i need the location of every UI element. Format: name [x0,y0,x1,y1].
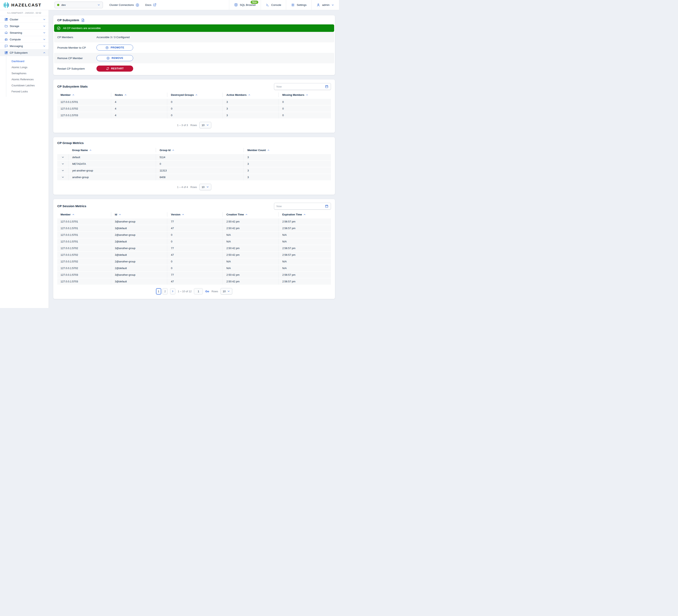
column-header-active-members[interactable]: Active Members [223,92,278,97]
expand-row-button[interactable] [57,154,68,160]
cell: 0 [278,106,331,112]
document-icon[interactable] [81,18,85,22]
sort-up-icon [89,149,92,152]
cell: 2:56:57 pm [278,272,331,278]
sidebar-item-semaphores[interactable]: Semaphores [6,70,49,76]
groups-range: 1 – 4 of 4 [177,186,188,189]
stats-time-filter[interactable]: Now [274,83,331,90]
sessions-time-filter[interactable]: Now [274,203,331,209]
go-button[interactable]: Go [205,290,209,293]
column-header-version[interactable]: Version [167,212,223,217]
cell: 3 [243,167,331,174]
cell: another-group [68,174,156,180]
settings-button[interactable]: Settings [286,0,311,10]
page-button-2[interactable]: 2 [162,288,168,295]
cell: 127.0.0.1:5702 [57,252,111,258]
user-icon [316,3,320,7]
column-header-id[interactable]: Id [111,212,167,217]
column-header-missing-members[interactable]: Missing Members [278,92,331,97]
sidebar-item-compute[interactable]: Compute [0,36,49,43]
sidebar-item-dashboard[interactable]: Dashboard [6,58,49,64]
cell: 127.0.0.1:5702 [57,265,111,271]
column-header-member-count[interactable]: Member Count [243,148,331,152]
chevron-down-icon [206,186,209,188]
table-row: 127.0.0.1:57023@another-group772:50:42 p… [57,245,331,251]
column-header-expiration-time[interactable]: Expiration Time [278,212,331,217]
go-to-page-input[interactable] [194,288,203,295]
column-header-nodes[interactable]: Nodes [111,92,167,97]
cell: N/A [278,265,331,271]
server-icon [4,38,8,41]
cell: 127.0.0.1:5701 [57,238,111,245]
cp-group-metrics-panel: CP Group Metrics Group NameGroup IdMembe… [53,137,335,195]
cell: 3 [243,174,331,180]
column-header-group-name[interactable]: Group Name [68,148,156,152]
column-header-member[interactable]: Member [57,212,111,217]
cloud-icon [4,31,8,35]
sql-browser-button[interactable]: New SQL Browser [229,0,261,10]
sidebar-item-cp-subsystem[interactable]: CP Subsystem [0,49,49,56]
sessions-page-size-select[interactable]: 10 [221,288,232,295]
cell: 4 [111,112,167,118]
chevron-down-icon [61,156,64,159]
sidebar-item-messaging[interactable]: Messaging [0,43,49,49]
folder-icon [4,25,8,28]
sidebar-item-atomic-references[interactable]: Atomic References [6,76,49,82]
table-row: 127.0.0.1:57012@another-group0N/AN/A [57,232,331,238]
database-icon [234,3,238,7]
console-button[interactable]: Console [261,0,286,10]
cell: 127.0.0.1:5701 [57,99,111,105]
table-row: 127.0.0.1:57014030 [57,99,331,105]
sort-up-icon [267,149,270,152]
remove-button[interactable]: REMOVE [97,55,133,61]
sidebar-nav: ClusterStorageStreamingComputeMessagingC… [0,16,49,97]
next-page-button[interactable] [170,288,175,295]
column-header-group-id[interactable]: Group Id [156,148,243,152]
sidebar-item-atomic-longs[interactable]: Atomic Longs [6,64,49,70]
user-menu[interactable]: admin [311,0,339,10]
chevron-down-icon [97,3,100,6]
groups-page-size-select[interactable]: 10 [199,184,211,190]
expand-row-button[interactable] [57,161,68,167]
stats-range: 1 – 3 of 3 [177,124,188,127]
sidebar-item-countdown-latches[interactable]: Countdown Latches [6,82,49,88]
table-row: 127.0.0.1:57022@another-group0N/AN/A [57,258,331,265]
cell: 0 [167,258,223,265]
cell: 77 [167,272,223,278]
promote-button[interactable]: PROMOTE [97,45,133,51]
sidebar-item-cluster[interactable]: Cluster [0,16,49,23]
column-header-member[interactable]: Member [57,92,111,97]
external-link-icon [153,3,156,7]
cp-session-metrics-panel: CP Session Metrics Now MemberIdVersionCr… [53,199,335,299]
cluster-selector-dropdown[interactable]: dev [54,2,103,8]
cell: 3@another-group [111,219,167,225]
cell: 2:50:42 pm [223,219,278,225]
restart-button[interactable]: RESTART [97,66,133,72]
docs-link[interactable]: Docs [145,0,157,10]
expand-row-button[interactable] [57,174,68,180]
expand-row-button[interactable] [57,167,68,174]
hazelcast-logo[interactable]: HAZELCAST [0,0,53,10]
page-button-1[interactable]: 1 [156,288,161,295]
stats-page-size-select[interactable]: 10 [199,122,211,128]
cell: 0 [167,99,223,105]
sidebar-item-fenced-locks[interactable]: Fenced Locks [6,88,49,94]
table-row: another-group64083 [57,174,331,180]
grid-icon [4,51,8,54]
cluster-connections-link[interactable]: Cluster Connections [109,0,139,10]
cell: 0 [278,112,331,118]
sidebar-item-storage[interactable]: Storage [0,23,49,30]
column-header-destroyed-groups[interactable]: Destroyed Groups [167,92,223,97]
cell: 11313 [156,167,243,174]
column-header-creation-time[interactable]: Creation Time [223,212,278,217]
cell: 2:56:57 pm [278,245,331,251]
cell: 47 [167,252,223,258]
sidebar-item-streaming[interactable]: Streaming [0,30,49,36]
new-badge: New [251,1,258,4]
status-banner: All CP members are accessible [54,25,334,32]
cell: 2:50:42 pm [223,245,278,251]
cell: 0 [167,232,223,238]
table-row: 127.0.0.1:57013@default472:50:42 pm2:56:… [57,225,331,231]
cell: 3@another-group [111,272,167,278]
cell: 2:50:42 pm [223,278,278,284]
